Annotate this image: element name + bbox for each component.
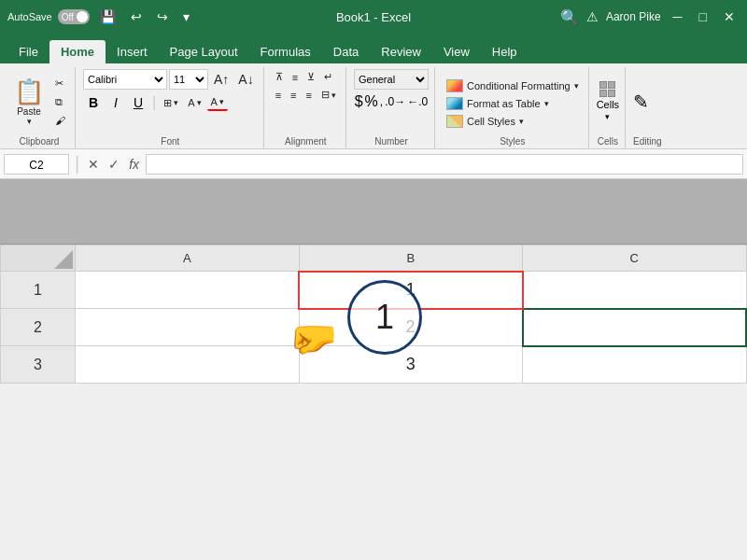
number-row: $ % , .0→ ←.0 [355, 93, 429, 110]
tab-insert[interactable]: Insert [106, 40, 159, 63]
conditional-formatting-button[interactable]: Conditional Formatting ▾ [443, 78, 583, 93]
cell-styles-icon [446, 115, 463, 128]
border-button[interactable]: ⊞ ▾ [160, 95, 182, 111]
close-button[interactable]: ✕ [719, 7, 740, 26]
decrease-decimal-button[interactable]: ←.0 [407, 95, 428, 108]
align-middle-button[interactable]: ≡ [289, 70, 302, 85]
currency-button[interactable]: $ [355, 93, 363, 110]
paste-button[interactable]: 📋 Paste ▾ [9, 76, 49, 128]
style-buttons: Conditional Formatting ▾ Format as Table… [443, 69, 583, 133]
cell-C1[interactable] [523, 272, 747, 309]
title-bar-right: 🔍 ⚠ Aaron Pike ─ □ ✕ [496, 7, 740, 26]
tab-formulas[interactable]: Formulas [249, 40, 322, 63]
cell-styles-button[interactable]: Cell Styles ▾ [443, 114, 583, 129]
percent-button[interactable]: % [365, 93, 378, 110]
number-controls: General $ % , .0→ ←.0 [354, 69, 429, 133]
col-header-B[interactable]: B [299, 245, 523, 272]
tab-help[interactable]: Help [481, 40, 529, 63]
search-icon[interactable]: 🔍 [560, 8, 579, 26]
formula-input[interactable] [146, 154, 743, 175]
format-as-table-icon [446, 97, 463, 110]
fill-color-button[interactable]: A ▾ [184, 95, 204, 110]
font-name-select[interactable]: Calibri [83, 69, 167, 90]
italic-button[interactable]: I [106, 92, 126, 113]
cell-A2[interactable] [76, 309, 300, 346]
annotation-number: 1 [375, 298, 394, 337]
formula-bar-divider: | [75, 153, 79, 175]
format-as-table-chevron: ▾ [544, 99, 549, 108]
row-number-2: 2 [1, 309, 76, 346]
font-label: Font [83, 133, 258, 148]
align-top-button[interactable]: ⊼ [272, 69, 287, 85]
align-center-button[interactable]: ≡ [287, 88, 300, 103]
font-size-select[interactable]: 11 [169, 69, 208, 90]
hand-pointer-icon: 🤜 [289, 315, 338, 361]
confirm-formula-button[interactable]: ✓ [106, 157, 122, 172]
format-as-table-button[interactable]: Format as Table ▾ [443, 96, 583, 111]
autosave-toggle[interactable]: Off [58, 9, 90, 24]
corner-cell [1, 245, 76, 272]
formula-bar: C2 | ✕ ✓ fx [0, 149, 747, 179]
font-row1: Calibri 11 A↑ A↓ [83, 69, 258, 90]
bold-button[interactable]: B [83, 92, 104, 113]
tab-page-layout[interactable]: Page Layout [159, 40, 249, 63]
number-format-select[interactable]: General [354, 69, 429, 90]
increase-decimal-button[interactable]: .0→ [385, 95, 405, 108]
align-left-button[interactable]: ≡ [272, 88, 285, 103]
cut-button[interactable]: ✂ [51, 76, 69, 91]
decrease-font-button[interactable]: A↓ [234, 70, 257, 89]
alignment-group: ⊼ ≡ ⊻ ↵ ≡ ≡ ≡ ⊟ ▾ Alignment [266, 67, 346, 148]
redo-button[interactable]: ↪ [152, 7, 173, 26]
tab-view[interactable]: View [432, 40, 481, 63]
cells-icon [599, 81, 615, 97]
tab-review[interactable]: Review [370, 40, 432, 63]
undo-button[interactable]: ↩ [126, 7, 147, 26]
copy-button[interactable]: ⧉ [51, 94, 69, 110]
warning-icon: ⚠ [586, 9, 599, 24]
column-header-row: A B C [1, 245, 747, 272]
cells-chevron: ▾ [605, 112, 610, 121]
conditional-formatting-chevron: ▾ [574, 81, 579, 91]
cell-A1[interactable] [76, 272, 300, 309]
cells-row2 [599, 90, 615, 97]
mini-cell [608, 81, 615, 89]
font-color-button[interactable]: A ▾ [207, 94, 228, 111]
col-header-C[interactable]: C [523, 245, 747, 272]
cell-reference-box[interactable]: C2 [4, 154, 69, 175]
comma-button[interactable]: , [380, 95, 383, 108]
save-button[interactable]: 💾 [95, 7, 120, 26]
toggle-off-text: Off [62, 12, 74, 22]
tab-file[interactable]: File [7, 40, 49, 63]
customize-button[interactable]: ▾ [178, 7, 194, 26]
title-bar-left: AutoSave Off 💾 ↩ ↪ ▾ [7, 7, 251, 26]
minimize-button[interactable]: ─ [669, 7, 687, 26]
align-right-button[interactable]: ≡ [303, 88, 316, 103]
clipboard-label: Clipboard [9, 133, 69, 148]
format-painter-button[interactable]: 🖌 [51, 113, 69, 128]
cells-group-label: Cells [597, 133, 619, 148]
styles-label: Styles [443, 133, 583, 148]
cancel-formula-button[interactable]: ✕ [85, 157, 102, 172]
alignment-row1: ⊼ ≡ ⊻ ↵ [272, 69, 340, 85]
toggle-knob [77, 11, 88, 22]
cell-C3[interactable] [523, 346, 747, 384]
function-button[interactable]: fx [126, 157, 142, 172]
tab-home[interactable]: Home [49, 40, 106, 63]
underline-button[interactable]: U [128, 92, 148, 113]
circle-annotation: 1 [347, 280, 422, 355]
col-header-A[interactable]: A [76, 245, 300, 272]
align-bottom-button[interactable]: ⊻ [303, 69, 318, 85]
editing-label: Editing [633, 133, 662, 148]
cell-A3[interactable] [76, 346, 300, 384]
cell-C2[interactable] [523, 309, 747, 346]
ribbon-tab-bar: File Home Insert Page Layout Formulas Da… [0, 34, 747, 63]
merge-button[interactable]: ⊟ ▾ [317, 87, 340, 103]
alignment-label: Alignment [272, 133, 340, 148]
cells-controls: Cells ▾ [597, 69, 619, 133]
styles-group: Conditional Formatting ▾ Format as Table… [437, 67, 589, 148]
wrap-text-button[interactable]: ↵ [320, 69, 336, 85]
increase-font-button[interactable]: A↑ [210, 70, 233, 89]
maximize-button[interactable]: □ [695, 7, 712, 26]
row-number-1: 1 [1, 272, 76, 309]
tab-data[interactable]: Data [322, 40, 370, 63]
